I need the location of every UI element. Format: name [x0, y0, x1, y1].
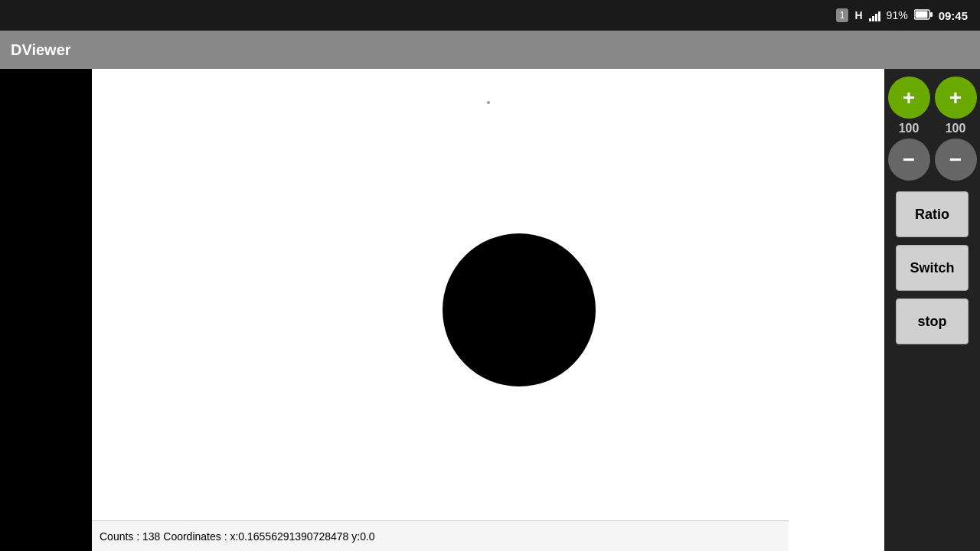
left-minus-button[interactable]: − — [888, 139, 930, 181]
center-viewer: Counts : 138 Coordinates : x:0.165562913… — [92, 69, 884, 551]
app-bar: DViewer — [0, 31, 980, 69]
sim-icon: 1 — [836, 8, 849, 22]
status-time: 09:45 — [939, 9, 968, 22]
network-type-icon: H — [854, 9, 862, 21]
left-panel — [0, 69, 92, 551]
values-row: 100 100 — [888, 122, 977, 135]
right-minus-button[interactable]: − — [935, 139, 977, 181]
app-title: DViewer — [11, 41, 71, 59]
ratio-button[interactable]: Ratio — [896, 191, 969, 237]
left-plus-button[interactable]: + — [888, 77, 930, 119]
minus-buttons-row: − − — [888, 139, 977, 181]
status-text: Counts : 138 Coordinates : x:0.165562913… — [100, 530, 375, 543]
black-circle — [443, 233, 596, 386]
switch-button[interactable]: Switch — [896, 245, 969, 291]
right-panel: + + 100 100 − − Ratio Switch stop — [884, 69, 980, 551]
plus-buttons-row: + + — [888, 77, 977, 119]
svg-rect-1 — [915, 11, 927, 18]
left-value: 100 — [888, 122, 930, 135]
small-dot — [487, 101, 490, 104]
battery-icon — [914, 9, 933, 22]
signal-bars-icon — [869, 9, 880, 21]
bottom-status: Counts : 138 Coordinates : x:0.165562913… — [92, 520, 789, 551]
right-plus-button[interactable]: + — [935, 77, 977, 119]
stop-button[interactable]: stop — [896, 298, 969, 344]
main-layout: Counts : 138 Coordinates : x:0.165562913… — [0, 69, 980, 551]
status-bar: 1 H 91% 09:45 — [0, 0, 980, 31]
svg-rect-2 — [930, 12, 933, 17]
battery-percent: 91% — [887, 9, 908, 21]
right-value: 100 — [935, 122, 977, 135]
